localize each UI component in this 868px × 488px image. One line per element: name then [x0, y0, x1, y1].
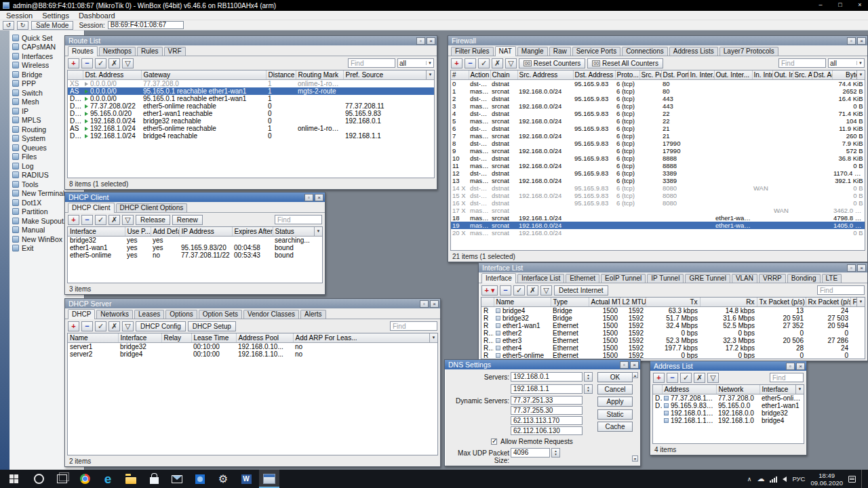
cell-flags[interactable]: RS [481, 344, 494, 352]
cell-src[interactable]: 192.168.0.0/24 [517, 162, 573, 169]
cell-inif[interactable] [688, 110, 714, 117]
cell-proto[interactable]: 6 (tcp) [615, 169, 639, 177]
cell-outlist[interactable] [772, 132, 793, 140]
cell-outlist[interactable] [772, 162, 793, 169]
clock[interactable]: 18:49 09.06.2020 [810, 472, 843, 487]
cell-srcad[interactable] [793, 184, 812, 192]
cell-src[interactable] [517, 184, 573, 192]
table-row[interactable]: RSether4Ethernet15001592197.7 kbps17.2 k… [481, 344, 865, 352]
cell-bytes[interactable]: 7.9 KiB [832, 140, 865, 147]
dhcp-client-titlebar[interactable]: DHCP Client ▫ × [65, 192, 325, 202]
tab-vrf[interactable]: VRF [164, 47, 186, 56]
volume-icon[interactable] [783, 476, 787, 482]
cell-inlist[interactable] [752, 117, 772, 125]
cell-chain[interactable]: srcnat [490, 132, 517, 140]
cell-flags[interactable]: R [481, 306, 494, 314]
cell-action[interactable]: masquerade [469, 117, 490, 125]
cell-tx[interactable]: 0 bps [646, 359, 700, 360]
table-row[interactable]: Rether5-onlimeEthernet150015920 bps0 bps… [481, 352, 865, 359]
cell-inif[interactable] [688, 199, 714, 207]
cell-n[interactable]: 5 [451, 117, 469, 125]
tab-vlan[interactable]: VLAN [732, 274, 757, 283]
cell-dst[interactable] [573, 102, 615, 110]
column-header-rx-packet-p-s[interactable]: Rx Packet (p/s) [806, 298, 850, 306]
cell-iface[interactable]: ether5-onlime [68, 251, 125, 259]
cell-proto[interactable]: 6 (tcp) [615, 79, 639, 87]
column-header-in-inter[interactable]: In. Inter... [752, 70, 772, 79]
cell-dst[interactable]: 95.165.9.83 [573, 184, 615, 192]
cell-sport[interactable] [639, 79, 661, 87]
cell-type[interactable]: Ethernet [551, 322, 589, 329]
table-row[interactable]: 20 Xmasqueradesrcnat192.168.0.0/240 B [451, 229, 865, 237]
cell-dst[interactable]: 95.165.9.83 [573, 192, 615, 199]
dialog-button-apply[interactable]: Apply [597, 396, 633, 407]
cell-fptx[interactable] [850, 306, 865, 314]
table-row[interactable]: DAS0.0.0.0/095.165.0.1 reachable ether1-… [68, 95, 434, 102]
table-row[interactable]: 0dst-natdstnat95.165.9.836 (tcp)8074.4 K… [451, 79, 865, 87]
cell-outif[interactable] [714, 207, 752, 214]
cell-n[interactable]: 7 [451, 132, 469, 140]
column-header-name[interactable]: Name [494, 298, 551, 306]
cell-distance[interactable]: 1 [266, 125, 296, 132]
cell-fptx[interactable] [850, 329, 865, 337]
cell-tx[interactable]: 52.3 Mbps [646, 337, 700, 344]
taskview-icon[interactable] [52, 470, 72, 488]
cell-bytes[interactable]: 104 B [832, 117, 865, 125]
cell-dport[interactable]: 8080 [661, 184, 688, 192]
cell-dst[interactable]: 95.165.9.83 [573, 95, 615, 102]
tab-ethernet[interactable]: Ethernet [566, 274, 599, 283]
enable-button[interactable]: ✓ [680, 373, 692, 383]
cell-outlist[interactable] [772, 125, 793, 132]
scroll-up-button[interactable]: ▲ [632, 372, 638, 378]
cell-n[interactable]: 20 X [451, 229, 469, 237]
cell-adddef[interactable]: yes [151, 244, 179, 251]
cell-bytes[interactable]: 2652 B [832, 87, 865, 95]
cell-src[interactable] [517, 95, 573, 102]
cell-dstad[interactable] [812, 147, 832, 155]
cell-src[interactable]: 192.168.1.0/24 [517, 214, 573, 222]
cell-pref[interactable] [343, 125, 434, 132]
dialog-button-ok[interactable]: OK [597, 372, 633, 382]
cell-outlist[interactable] [772, 177, 793, 184]
cell-inlist[interactable] [752, 155, 772, 162]
cell-bytes[interactable]: 1170.4 KiB [832, 169, 865, 177]
column-header-interface[interactable]: Interface [68, 227, 125, 236]
cell-l2mtu[interactable]: 1592 [620, 306, 646, 314]
cell-name[interactable]: ether2 [494, 329, 551, 337]
enable-button[interactable]: ✓ [95, 215, 106, 225]
reset-all-counters-button[interactable]: 00Reset All Counters [587, 58, 663, 68]
cell-src[interactable] [517, 207, 573, 214]
tab-dhcp-client-options[interactable]: DHCP Client Options [116, 203, 188, 212]
cell-rx[interactable]: 32.3 Mbps [700, 337, 757, 344]
cell-outif[interactable] [714, 87, 752, 95]
dialog-button-cancel[interactable]: Cancel [597, 384, 633, 394]
dhcp-setup-button[interactable]: DHCP Setup [188, 321, 236, 331]
disable-button[interactable]: ✗ [492, 58, 503, 68]
cell-n[interactable]: 4 [451, 110, 469, 117]
column-header-add-arp-for-leas[interactable]: Add ARP For Leas... [293, 333, 437, 342]
cell-inif[interactable] [688, 192, 714, 199]
chrome-icon[interactable] [75, 470, 95, 488]
column-header-tx-packet-p-s[interactable]: Tx Packet (p/s) [757, 298, 806, 306]
cell-outlist[interactable] [772, 117, 793, 125]
cell-flags[interactable]: R [481, 314, 494, 322]
cell-inlist[interactable] [752, 169, 772, 177]
menu-item-dashboard[interactable]: Dashboard [74, 11, 120, 20]
filter-button[interactable]: ▽ [122, 215, 134, 225]
filter-button[interactable]: ▽ [540, 285, 552, 296]
cell-outif[interactable] [714, 95, 752, 102]
cell-distance[interactable]: 1 [266, 87, 296, 95]
cell-sport[interactable] [639, 87, 661, 95]
cell-bytes[interactable]: 0 B [832, 162, 865, 169]
cell-chain[interactable]: srcnat [490, 177, 517, 184]
cell-flags[interactable] [653, 409, 662, 417]
table-row[interactable]: DAC192.168.0.0/24bridge32 reachable0192.… [68, 117, 434, 125]
maximize-button[interactable]: □ [832, 0, 848, 11]
column-header-chain[interactable]: Chain [490, 70, 517, 79]
cell-iface[interactable]: bridge4 [760, 417, 804, 424]
cell-outlist[interactable] [772, 79, 793, 87]
cell-outif[interactable] [714, 79, 752, 87]
cell-bytes[interactable]: 3462.0 KiB [832, 207, 865, 214]
cell-chain[interactable]: srcnat [490, 207, 517, 214]
cell-outif[interactable] [714, 147, 752, 155]
